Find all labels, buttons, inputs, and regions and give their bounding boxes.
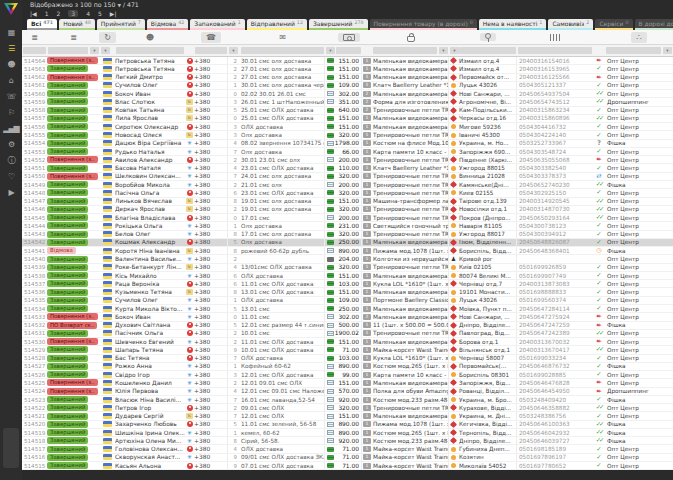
settings-icon[interactable]: ⚙ [8, 140, 14, 149]
table-row[interactable]: 514536ЗавершенийКузьменко Тетянаlc+38081… [22, 288, 673, 296]
table-row[interactable]: 514541ВідмоваКоротя Ніна Іванівнаlc+3808… [22, 247, 673, 255]
table-row[interactable]: 514530Повернення (з..Шевченко Евгений✳+3… [22, 338, 673, 346]
tab-pickup[interactable]: Самовивіз2 [548, 19, 593, 30]
filter-input[interactable] [195, 47, 227, 54]
filter-caret-icon[interactable]: ▾ [229, 47, 238, 54]
table-row[interactable]: 514539ЗавершенийРоке-Бетанкурт Лін...lc+… [22, 264, 673, 272]
column-header-flag[interactable]: ↻ [100, 32, 115, 43]
column-header-tracking[interactable] [517, 34, 593, 41]
column-header-name[interactable]: ☻ [115, 33, 185, 42]
table-row[interactable]: 514554ЗавершенийДацюк Віра Сергіївна✳+38… [22, 140, 673, 148]
table-row[interactable]: 514548ЗавершенийПасічна Ольга+380623.01 … [22, 189, 673, 197]
filter-input[interactable] [23, 47, 46, 54]
tab-services[interactable]: Сервіси0 [595, 19, 632, 30]
table-row[interactable]: 514525Повернення (з..Кошеленко Данил✳+38… [22, 379, 673, 387]
column-header-note[interactable]: ✉ [240, 33, 325, 42]
tab-refused[interactable]: Відмова42 [147, 19, 188, 30]
tab-accepted[interactable]: Прийнятий7 [97, 19, 145, 30]
table-row[interactable]: 514543ЗавершенийБелов Олег✳+380817.01 см… [22, 231, 673, 239]
table-row[interactable]: 514550Повернення (з..Шелковин Олексан...… [22, 173, 673, 181]
table-row[interactable]: 514529ЗавершенийШапарь Тетяна+380910.01 … [22, 346, 673, 354]
tab-sent[interactable]: Відправлений12 [247, 19, 307, 30]
page-button[interactable]: 5 [98, 10, 102, 17]
table-row[interactable]: 514535ЗавершенийСучилов Олег✳+3801ОЛХ до… [22, 297, 673, 305]
table-row[interactable]: 514528ЗавершенийБас Тетяна+3807ОЛХ доста… [22, 355, 673, 363]
filter-input[interactable] [606, 47, 661, 54]
page-button[interactable]: 1 [45, 10, 49, 17]
table-row[interactable]: 514544ЗавершенийРокіцька Ольга✳+3801Олх … [22, 222, 673, 230]
orders-icon[interactable]: ☰ [8, 44, 14, 53]
filter-input[interactable] [116, 47, 184, 54]
stats-icon[interactable]: ▂▄▆ [3, 124, 18, 133]
column-header-status[interactable]: ≣ [47, 33, 100, 42]
filter-caret-icon[interactable]: ▾ [439, 47, 448, 54]
table-row[interactable]: 514516ЗавершенийСкворунская Анаст...✳+38… [22, 454, 673, 462]
support-icon[interactable]: ♡ [8, 172, 14, 181]
table-row[interactable]: 514540ЗавершенийВалентина Василье...✳+38… [22, 255, 673, 263]
table-row[interactable]: 514526ЗавершенийСвідро Ігор✳+380312.01 с… [22, 371, 673, 379]
table-row[interactable]: 514562Повернення (з..Легкий Дмитро+38022… [22, 74, 673, 82]
table-row[interactable]: 514555ЗавершенийНовосад Олесяlc+3803Олх … [22, 131, 673, 139]
page-button[interactable]: 2 [56, 10, 60, 17]
table-row[interactable]: 514561ЗавершенийСучилов Олег+380130.01 с… [22, 82, 673, 90]
table-row[interactable]: 514518ЗавершенийАртюхіна Олена Ми...✳+38… [22, 437, 673, 445]
table-row[interactable]: 514558ЗавершенийКовпак Татьянаlc+380525.… [22, 107, 673, 115]
table-row[interactable]: 514520ЗавершенийЗахарченко Любовь+380511… [22, 421, 673, 429]
table-row[interactable]: 514532ПО Возврат ск..Духович Світлана+38… [22, 322, 673, 330]
tab-done[interactable]: Завершений278 [309, 19, 368, 30]
filter-input[interactable] [336, 47, 361, 54]
table-row[interactable]: 514522ЗавершенийПетров Ігор+380209.01 см… [22, 404, 673, 412]
filter-input[interactable] [48, 47, 88, 54]
column-header-amount[interactable] [335, 33, 362, 42]
tab-new[interactable]: Новий48 [59, 19, 95, 30]
table-row[interactable]: 514564Повернення (з..Петровська Тетяна+3… [22, 57, 673, 65]
table-row[interactable]: 514521ЗавершенийДударев Сергійlc+380712.… [22, 412, 673, 420]
announce-icon[interactable]: ⚐ [8, 108, 14, 117]
table-row[interactable]: 514546ЗавершенийДеркач Ярославlc+380219.… [22, 206, 673, 214]
column-header-source[interactable]: ∴ [605, 32, 673, 43]
page-button[interactable]: 3 [68, 10, 78, 17]
filter-input[interactable] [373, 47, 437, 54]
table-row[interactable]: 514524Повернення (з..Юлія Первова✳+38041… [22, 388, 673, 396]
table-row[interactable]: 514517ЗавершенийГоловінова Олексан...+38… [22, 445, 673, 453]
filter-caret-icon[interactable]: ▾ [326, 47, 335, 54]
table-row[interactable]: 514556ЗавершенийСиротюк Олександр+3803ОЛ… [22, 123, 673, 131]
table-row[interactable]: 514559ЗавершенийВлас Слотюкlc+380326.01 … [22, 98, 673, 106]
table-row[interactable]: 514527ЗавершенийРожко Анна✳+3801Кофейный… [22, 363, 673, 371]
table-row[interactable]: 514547ЗавершенийЛиньков Вячеславlc+38081… [22, 198, 673, 206]
video-icon[interactable]: ▶ [8, 188, 13, 197]
table-row[interactable]: 514537ЗавершенийРаца Вероніка+380611.01 … [22, 280, 673, 288]
table-row[interactable]: 514531ЗавершенийПасічник Ольга+380210.01… [22, 330, 673, 338]
first-page-icon[interactable]: |◀ [30, 10, 37, 17]
table-row[interactable]: 514552Повернення (з..Авилов Александр+38… [22, 156, 673, 164]
column-header-product[interactable] [372, 33, 449, 42]
page-size-caret-icon[interactable]: ▼ [117, 3, 121, 8]
table-row[interactable]: 514538ЗавершенийКісь Михайло✳+3806ОЛХ до… [22, 272, 673, 280]
dashboard-icon[interactable]: ▦ [8, 28, 15, 37]
table-row[interactable]: 514519ЗавершенийШишкіна Ірина Олек...✳+3… [22, 429, 673, 437]
filter-caret-icon[interactable]: ▾ [90, 47, 99, 54]
table-row[interactable]: 514557ЗавершенийЛила Ярославlc+380025.01… [22, 115, 673, 123]
page-button[interactable]: 4 [86, 10, 90, 17]
table-row[interactable]: 514534ЗавершенийКурта Микола Вікто...✳+3… [22, 305, 673, 313]
clients-icon[interactable]: ☻ [7, 60, 14, 69]
filter-input[interactable] [459, 47, 516, 54]
column-header-phone[interactable]: ☎ [194, 32, 228, 43]
filter-input[interactable] [518, 47, 592, 54]
tab-way-home[interactable]: В дорозі додому0 [635, 19, 673, 30]
tab-packed[interactable]: Запакований1 [190, 19, 244, 30]
table-row[interactable]: 514563ЗавершенийПетровська Тетяна+380227… [22, 65, 673, 73]
info-icon[interactable]: ⓘ [8, 156, 15, 165]
table-row[interactable]: 514545ЗавершенийБлагіна Владіслава+38001… [22, 214, 673, 222]
filter-caret-icon[interactable]: ▾ [101, 47, 110, 54]
tab-all[interactable]: Всі471 [27, 19, 57, 30]
filter-caret-icon[interactable]: ▾ [663, 47, 672, 54]
table-row[interactable]: 514549ЗавершенийВоробйов Микола✳+380221.… [22, 181, 673, 189]
column-header-id[interactable]: ≣ [22, 33, 47, 42]
table-row[interactable]: 514523ЗавершенийВласюк Ніна Василі...✳+3… [22, 396, 673, 404]
table-row[interactable]: 514551ЗавершенийБасова Наталя✳+380423.01… [22, 164, 673, 172]
app-logo-icon[interactable] [4, 3, 18, 15]
table-row[interactable]: 514542ЗавершенийКошмак Александр+3805Олх… [22, 239, 673, 247]
table-row[interactable]: 514533Повернення (з..Бокоч Иван✳+380011.… [22, 313, 673, 321]
tab-return-transit[interactable]: Повернення товару (в дорозі)0 [370, 19, 477, 30]
